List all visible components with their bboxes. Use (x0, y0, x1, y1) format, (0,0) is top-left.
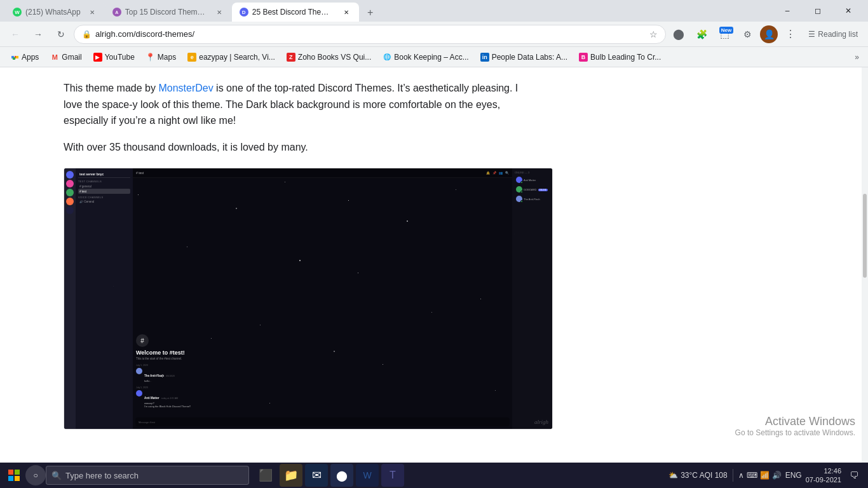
close-button[interactable]: ✕ (834, 0, 863, 22)
bookmark-apps-label: Apps (22, 53, 39, 62)
discord-members-list: ONLINE — 3 Anti Matter (512, 168, 553, 429)
tab-alrigh-close[interactable]: ✕ (214, 7, 224, 17)
content-area: This theme made by MonsterDev is one of … (0, 67, 868, 488)
server-icon-2[interactable] (66, 180, 74, 187)
lock-icon: 🔒 (82, 30, 92, 39)
cortana-button[interactable]: ○ (25, 465, 46, 485)
channel-test[interactable]: # test (78, 189, 130, 194)
bookmark-people-favicon: in (480, 53, 489, 62)
member-anti-flash[interactable]: The Anti-Flash (515, 195, 551, 203)
bookmark-bulb[interactable]: B Bulb Leading To Cr... (574, 50, 666, 64)
weather-text: 33°C AQI 108 (681, 471, 728, 480)
tab-alrigh[interactable]: A Top 15 Discord Themes [For Bett... ✕ (105, 3, 232, 22)
menu-icon[interactable]: ⋮ (780, 24, 801, 44)
bookmark-maps[interactable]: 📍 Maps (141, 50, 181, 64)
notification-button[interactable]: 🗨 (845, 466, 863, 484)
bookmark-people[interactable]: in People Data Labs: A... (475, 50, 573, 64)
members-list-title: ONLINE — 3 (515, 171, 551, 174)
profile-icon[interactable]: ⬤ (668, 24, 689, 44)
start-button[interactable] (3, 464, 25, 487)
task-view-button[interactable]: ⬛ (254, 464, 277, 487)
chrome-button[interactable]: ⬤ (330, 464, 353, 487)
word-button[interactable]: W (356, 464, 379, 487)
profile-avatar[interactable]: 👤 (760, 25, 778, 43)
keyboard-icon[interactable]: ⌨ (747, 471, 757, 480)
bookmark-apps[interactable]: Apps (5, 50, 44, 64)
new-extensions-icon[interactable]: New ⬚ (714, 24, 735, 44)
bookmark-bookkeeping[interactable]: 🌐 Book Keeping – Acc... (377, 50, 473, 64)
clock-time: 12:46 (806, 466, 841, 475)
bookmark-zoho[interactable]: Z Zoho Books VS Qui... (281, 50, 376, 64)
anti-flash-content: The Anti-Flash 09/10/20 hello . (144, 368, 509, 383)
message-group-1: July 5, 2020 The Anti-Flash 09/10/20 hel… (136, 364, 509, 384)
bookmark-eazypay[interactable]: e eazypay | Search, Vi... (182, 50, 280, 64)
speaker-icon[interactable]: 🔊 (772, 471, 782, 480)
reading-list-button[interactable]: ☰ Reading list (803, 27, 863, 41)
server-icon-5[interactable] (66, 207, 74, 214)
bell-icon[interactable]: 🔔 (486, 171, 490, 175)
discord-channels: test server bnyc TEXT CHANNELS # general… (76, 168, 133, 429)
cortana-icon: ○ (33, 471, 37, 480)
search-icon[interactable]: 🔍 (505, 171, 509, 175)
new-tab-button[interactable]: + (362, 4, 379, 22)
mail-button[interactable]: ✉ (305, 464, 328, 487)
member-anti-matter[interactable]: Anti Matter (515, 176, 551, 184)
bookmark-gmail[interactable]: M Gmail (45, 50, 86, 64)
minimize-button[interactable]: – (773, 0, 802, 22)
bookmark-zoho-favicon: Z (287, 53, 295, 62)
forward-button[interactable]: → (28, 24, 48, 44)
tab-discord-best[interactable]: D 25 Best Discord Themes [For Bett... ✕ (232, 3, 359, 22)
search-bar[interactable]: 🔍 Type here to search (46, 466, 249, 485)
svg-rect-0 (8, 470, 13, 475)
scrollbar-thumb[interactable] (863, 194, 867, 278)
channel-voice-general[interactable]: 🔊 General (78, 200, 130, 204)
discord-input-bar[interactable]: Message #test (135, 417, 510, 426)
tab-whatsapp[interactable]: W (215) WhatsApp ✕ (5, 3, 105, 22)
member-anti-flash-status (520, 200, 523, 203)
member-anti-flash-avatar (516, 196, 522, 202)
address-bar[interactable]: 🔒 alrigh.com/discord-themes/ ☆ (74, 25, 666, 44)
server-icon-1[interactable] (66, 171, 74, 179)
bookmark-youtube-favicon: ▶ (93, 53, 102, 62)
system-tray: ⛅ 33°C AQI 108 (668, 471, 728, 480)
extensions-icon[interactable]: 🧩 (691, 24, 712, 44)
avatar-image: 👤 (764, 29, 775, 39)
monsterdev-link[interactable]: MonsterDev (158, 83, 213, 93)
task-view-icon: ⬛ (259, 468, 273, 482)
page-content: This theme made by MonsterDev is one of … (0, 67, 572, 455)
settings-icon[interactable]: ⚙ (737, 24, 757, 44)
pin-icon[interactable]: 📌 (492, 171, 496, 175)
bookmark-gmail-favicon: M (50, 53, 59, 62)
tab-discord-best-close[interactable]: ✕ (341, 7, 351, 17)
taskbar-right: ⛅ 33°C AQI 108 ∧ ⌨ 📶 🔊 ENG 12:46 07-09-2… (668, 466, 865, 485)
message-group-2: July 5, 2020 Anti Matter today at 4:01 A… (136, 386, 509, 409)
up-arrow-icon[interactable]: ∧ (738, 471, 744, 480)
member-anti-matter-status (520, 181, 523, 184)
reload-button[interactable]: ↻ (51, 24, 71, 44)
members-icon[interactable]: 👥 (499, 171, 503, 175)
bookmark-bulb-label: Bulb Leading To Cr... (590, 53, 661, 62)
back-button[interactable]: ← (5, 24, 25, 44)
file-explorer-button[interactable]: 📁 (280, 464, 302, 487)
voice-channels-category: VOICE CHANNELS (78, 196, 130, 199)
bookmark-star-icon[interactable]: ☆ (649, 29, 658, 39)
tab-whatsapp-label: (215) WhatsApp (25, 8, 81, 17)
member-goboard[interactable]: GOBOARD ONLINE (515, 186, 551, 193)
bookmark-bookkeeping-favicon: 🌐 (383, 53, 391, 62)
bookmark-youtube[interactable]: ▶ YouTube (88, 50, 140, 64)
wifi-icon[interactable]: 📶 (760, 471, 770, 480)
anti-flash-username: The Anti-Flash (144, 374, 165, 377)
tab-whatsapp-close[interactable]: ✕ (87, 7, 97, 17)
anti-flash-avatar (136, 368, 142, 374)
bookmarks-more[interactable]: » (851, 50, 863, 64)
server-icon-3[interactable] (66, 189, 74, 196)
teams-button[interactable]: T (381, 464, 404, 487)
server-icon-4[interactable] (66, 198, 74, 205)
svg-rect-2 (8, 476, 13, 481)
maximize-button[interactable]: ◻ (803, 0, 832, 22)
windows-activation-notice: Activate Windows Go to Settings to activ… (735, 415, 855, 437)
channel-general[interactable]: # general (78, 184, 130, 189)
tab-alrigh-favicon: A (112, 8, 121, 17)
welcome-title: Welcome to #test! (136, 349, 509, 356)
toolbar: ← → ↻ 🔒 alrigh.com/discord-themes/ ☆ ⬤ 🧩… (0, 22, 868, 47)
